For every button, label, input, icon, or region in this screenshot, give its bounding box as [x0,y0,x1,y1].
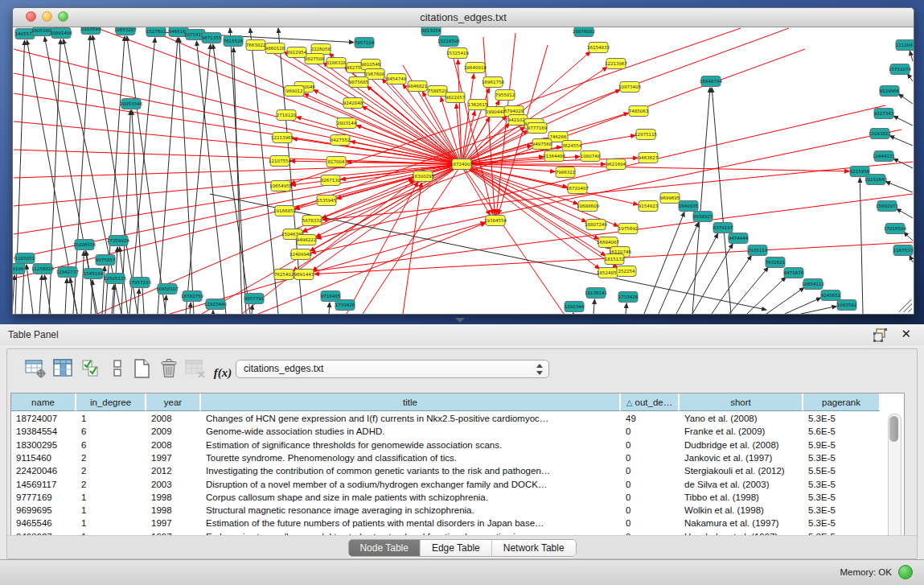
memory-status-indicator[interactable] [898,565,913,579]
table-cell[interactable]: 9777169 [11,491,76,504]
table-cell[interactable]: 6 [76,425,146,438]
table-cell[interactable]: 18724007 [11,412,76,425]
table-cell[interactable]: 6 [76,439,146,451]
select-all-button[interactable] [80,357,104,381]
tab-node-table[interactable]: Node Table [348,540,421,556]
table-cell[interactable]: 0 [621,464,680,477]
unselect-all-button[interactable] [105,357,129,381]
scrollbar-thumb[interactable] [889,416,898,442]
table-cell[interactable]: 18300295 [11,439,76,451]
float-panel-icon[interactable] [873,328,887,342]
table-cell[interactable]: Nakamura et al. (1997) [680,517,803,529]
window-resize-grip[interactable] [899,299,912,312]
table-cell[interactable]: 5.5E-5 [803,464,881,477]
table-cell[interactable]: 2009 [146,425,201,438]
window-titlebar[interactable]: citations_edges.txt [13,8,914,27]
network-canvas[interactable]: 1872400722260588827508818632898275089810… [13,27,914,314]
table-cell[interactable]: 5.3E-5 [803,451,881,464]
table-cell[interactable]: 2 [76,478,146,491]
new-table-button[interactable] [129,357,154,381]
table-row[interactable]: 969969511998Structural magnetic resonanc… [11,504,904,517]
column-header-out_de[interactable]: △out_de… [621,393,680,411]
table-cell[interactable]: 5.3E-5 [803,491,881,504]
table-row[interactable]: 2242004622012Investigating the contribut… [11,464,904,477]
table-cell[interactable]: 5.3E-5 [803,517,881,529]
table-cell[interactable]: 2008 [146,412,201,425]
column-header-in_degree[interactable]: in_degree [76,393,146,411]
table-cell[interactable]: 14569117 [11,478,76,491]
table-cell[interactable]: 0 [621,491,680,504]
table-cell[interactable]: 0 [621,504,680,517]
table-cell[interactable]: 2012 [146,464,201,477]
table-cell[interactable]: Corpus callosum shape and size in male p… [201,491,621,504]
column-header-pagerank[interactable]: pagerank [803,393,881,411]
table-row[interactable]: 1938455462009Genome-wide association stu… [11,425,904,438]
table-cell[interactable]: 5.9E-5 [803,439,881,451]
table-cell[interactable]: 1 [76,504,146,517]
table-cell[interactable]: 5.3E-5 [803,504,881,517]
table-cell[interactable]: 2 [76,451,146,464]
table-cell[interactable]: 5.6E-5 [803,425,881,438]
table-cell[interactable]: 1998 [146,491,201,504]
graph-node-label: 12213967 [605,61,627,66]
table-cell[interactable]: 9465546 [11,517,76,529]
table-cell[interactable]: Disruption of a novel member of a sodium… [201,478,621,491]
table-cell[interactable]: 1998 [146,504,201,517]
column-header-name[interactable]: name [11,393,76,411]
tab-edge-table[interactable]: Edge Table [421,540,492,556]
split-pane-collapse-handle[interactable] [455,318,465,323]
table-cell[interactable]: 22420046 [11,464,76,477]
table-row[interactable]: 1872400712008Changes of HCN gene express… [11,412,904,425]
table-cell[interactable]: 1997 [146,451,201,464]
show-columns-button[interactable] [51,357,76,381]
table-cell[interactable]: Wolkin et al. (1998) [680,504,803,517]
table-cell[interactable]: 1 [76,517,146,529]
column-header-short[interactable]: short [680,393,803,411]
table-row[interactable]: 977716911998Corpus callosum shape and si… [11,491,904,504]
function-builder-button[interactable]: f(x) [211,360,235,385]
table-cell[interactable]: Estimation of significance thresholds fo… [201,439,621,451]
table-cell[interactable]: 2008 [146,439,201,451]
table-cell[interactable]: 0 [621,451,680,464]
table-cell[interactable]: 0 [621,425,680,438]
table-cell[interactable]: 1997 [146,517,201,529]
table-cell[interactable]: 9115460 [11,451,76,464]
column-header-title[interactable]: title [201,393,621,411]
table-cell[interactable]: Dudbridge et al. (2008) [680,439,803,451]
table-cell[interactable]: Genome-wide association studies in ADHD. [201,425,621,438]
table-cell[interactable]: Tibbo et al. (1998) [680,491,803,504]
table-row[interactable]: 946554611997Estimation of the future num… [11,517,904,529]
table-cell[interactable]: Changes of HCN gene expression and I(f) … [201,412,621,425]
table-cell[interactable]: Yano et al. (2008) [680,412,803,425]
table-cell[interactable]: Tourette syndrome. Phenomenology and cla… [201,451,621,464]
table-cell[interactable]: 1 [76,412,146,425]
table-cell[interactable]: 5.3E-5 [803,412,881,425]
browse-table-button[interactable] [23,357,47,381]
table-cell[interactable]: 9699695 [11,504,76,517]
table-cell[interactable]: Stergiakouli et al. (2012) [680,464,803,477]
table-row[interactable]: 1830029562008Estimation of significance … [11,439,904,451]
vertical-scrollbar[interactable] [888,414,901,542]
table-row[interactable]: 911546021997Tourette syndrome. Phenomeno… [11,451,904,464]
table-cell[interactable]: 2 [76,464,146,477]
delete-attributes-button[interactable] [157,357,181,381]
table-cell[interactable]: 19384554 [11,425,76,438]
table-cell[interactable]: 1 [76,491,146,504]
table-cell[interactable]: 2003 [146,478,201,491]
table-cell[interactable]: 0 [621,439,680,451]
table-cell[interactable]: Jankovic et al. (1997) [680,451,803,464]
table-cell[interactable]: 49 [621,412,680,425]
table-cell[interactable]: Structural magnetic resonance image aver… [201,504,621,517]
table-cell[interactable]: 0 [621,517,680,529]
table-selector-dropdown[interactable]: citations_edges.txt [236,360,549,378]
close-panel-icon[interactable]: ✕ [901,327,911,341]
table-cell[interactable]: de Silva et al. (2003) [680,478,803,491]
table-cell[interactable]: 5.3E-5 [803,478,881,491]
table-cell[interactable]: Investigating the contribution of common… [201,464,621,477]
column-header-year[interactable]: year [146,393,201,411]
table-cell[interactable]: Franke et al. (2009) [680,425,803,438]
tab-network-table[interactable]: Network Table [492,540,576,556]
table-cell[interactable]: 0 [621,478,680,491]
table-row[interactable]: 1456911722003Disruption of a novel membe… [11,478,904,491]
table-cell[interactable]: Estimation of the future numbers of pati… [201,517,621,529]
